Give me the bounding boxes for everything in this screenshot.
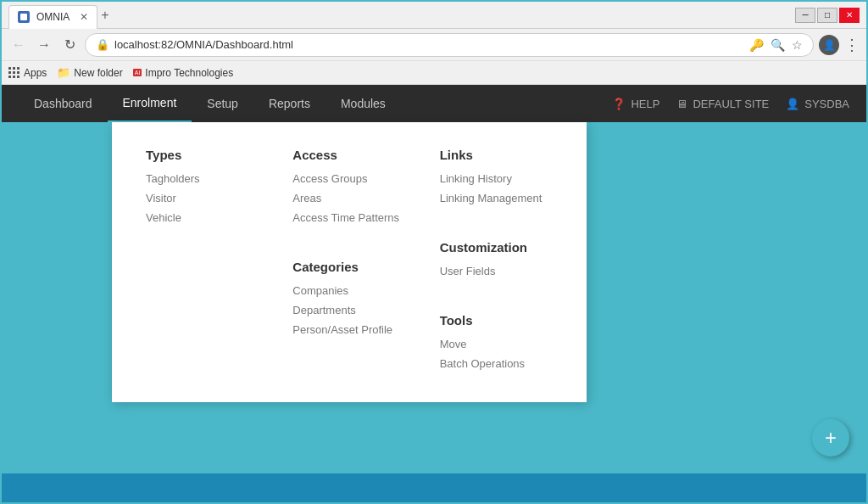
impro-bookmark[interactable]: AI Impro Technologies [133, 67, 233, 79]
folder-icon: 📁 [57, 66, 70, 79]
tab-area: OMNIA ✕ + [8, 2, 795, 28]
address-bar: ← → ↻ 🔒 localhost:82/OMNIA/Dashboard.htm… [2, 29, 866, 61]
nav-right: ❓ HELP 🖥 DEFAULT SITE 👤 SYSDBA [612, 98, 849, 110]
nav-bar: Dashboard Enrolment Setup Reports Module… [2, 85, 866, 122]
companies-link[interactable]: Companies [292, 284, 405, 297]
apps-label: Apps [24, 67, 47, 79]
browser-window: OMNIA ✕ + ─ □ ✕ ← → ↻ 🔒 localhost:82/OMN… [0, 0, 868, 504]
nav-enrolment[interactable]: Enrolment [108, 85, 192, 122]
dropdown-columns: Types Tagholders Visitor Vehicle Access … [112, 139, 587, 385]
site-selector[interactable]: 🖥 DEFAULT SITE [676, 98, 769, 110]
back-button[interactable]: ← [8, 35, 29, 55]
browser-tab[interactable]: OMNIA ✕ [8, 5, 97, 29]
new-folder-label: New folder [74, 67, 122, 79]
new-folder-bookmark[interactable]: 📁 New folder [57, 66, 122, 79]
user-profile[interactable]: 👤 SYSDBA [786, 98, 849, 110]
nav-setup[interactable]: Setup [192, 85, 253, 122]
user-label: SYSDBA [804, 98, 849, 110]
help-button[interactable]: ❓ HELP [612, 98, 659, 110]
reload-button[interactable]: ↻ [59, 35, 80, 55]
bookmarks-bar: Apps 📁 New folder AI Impro Technologies [2, 61, 866, 85]
help-icon: ❓ [612, 98, 626, 110]
key-icon[interactable]: 🔑 [749, 38, 764, 52]
batch-operations-link[interactable]: Batch Operations [440, 357, 553, 370]
window-controls: ─ □ ✕ [795, 8, 860, 23]
apps-bookmark[interactable]: Apps [8, 67, 47, 79]
person-asset-profile-link[interactable]: Person/Asset Profile [292, 323, 405, 336]
maximize-button[interactable]: □ [817, 8, 837, 23]
page-area: Types Tagholders Visitor Vehicle Access … [2, 122, 866, 473]
user-icon: 👤 [786, 98, 799, 110]
profile-avatar[interactable]: 👤 [819, 35, 839, 55]
nav-dashboard[interactable]: Dashboard [19, 85, 108, 122]
close-button[interactable]: ✕ [839, 8, 860, 23]
tagholders-link[interactable]: Tagholders [146, 172, 259, 185]
areas-link[interactable]: Areas [292, 192, 405, 204]
url-icons: 🔑 🔍 ☆ [749, 38, 803, 52]
help-label: HELP [631, 98, 659, 110]
linking-management-link[interactable]: Linking Management [440, 192, 553, 204]
menu-icon[interactable]: ⋮ [844, 36, 860, 54]
impro-label: Impro Technologies [145, 67, 233, 79]
customization-title: Customization [440, 240, 553, 255]
secure-icon: 🔒 [96, 38, 109, 51]
apps-grid-icon [8, 67, 20, 79]
access-column: Access Access Groups Areas Access Time P… [275, 148, 422, 377]
types-title: Types [146, 148, 259, 162]
vehicle-link[interactable]: Vehicle [146, 211, 259, 224]
links-column: Links Linking History Linking Management… [423, 148, 570, 377]
tab-title: OMNIA [36, 11, 70, 23]
access-groups-link[interactable]: Access Groups [292, 172, 405, 185]
dropdown-menu: Types Tagholders Visitor Vehicle Access … [112, 122, 587, 402]
taskbar [2, 473, 866, 502]
tab-close-button[interactable]: ✕ [80, 11, 88, 23]
move-link[interactable]: Move [440, 338, 553, 350]
access-title: Access [292, 148, 405, 162]
linking-history-link[interactable]: Linking History [440, 172, 553, 185]
url-bar[interactable]: 🔒 localhost:82/OMNIA/Dashboard.html 🔑 🔍 … [85, 33, 814, 57]
categories-title: Categories [292, 260, 405, 274]
nav-reports[interactable]: Reports [253, 85, 326, 122]
forward-button[interactable]: → [34, 35, 54, 55]
main-content: Dashboard Enrolment Setup Reports Module… [2, 85, 866, 473]
nav-modules[interactable]: Modules [326, 85, 401, 122]
title-bar: OMNIA ✕ + ─ □ ✕ [2, 2, 866, 29]
search-icon[interactable]: 🔍 [771, 38, 785, 52]
visitor-link[interactable]: Visitor [146, 192, 259, 204]
minimize-button[interactable]: ─ [795, 8, 815, 23]
url-text: localhost:82/OMNIA/Dashboard.html [114, 38, 293, 51]
new-tab-button[interactable]: + [101, 8, 108, 23]
access-time-patterns-link[interactable]: Access Time Patterns [292, 211, 405, 224]
types-column: Types Tagholders Visitor Vehicle [129, 148, 275, 377]
site-label: DEFAULT SITE [693, 98, 769, 110]
site-icon: 🖥 [676, 98, 687, 110]
pdf-icon: AI [133, 69, 142, 76]
tools-title: Tools [440, 313, 553, 328]
tab-favicon [18, 11, 30, 23]
fab-button[interactable]: + [812, 419, 849, 456]
departments-link[interactable]: Departments [292, 304, 405, 316]
star-icon[interactable]: ☆ [792, 38, 803, 52]
links-title: Links [440, 148, 553, 162]
user-fields-link[interactable]: User Fields [440, 265, 553, 277]
